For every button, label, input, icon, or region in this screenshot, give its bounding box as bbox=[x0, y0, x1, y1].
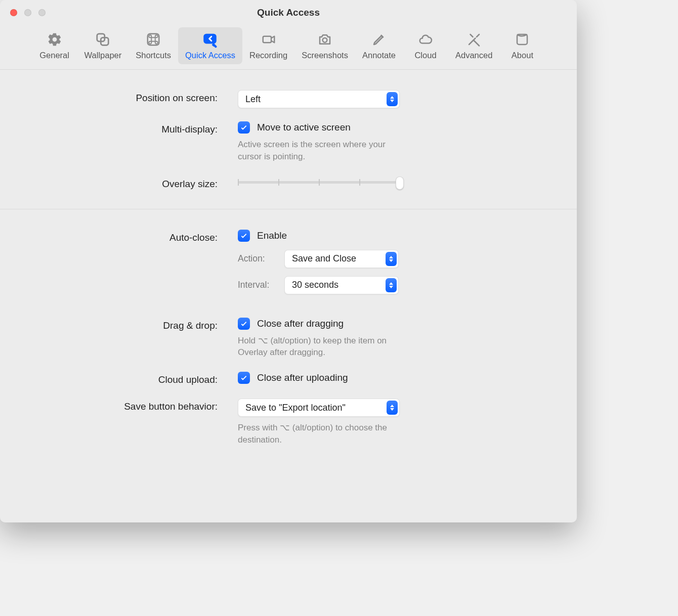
tab-recording[interactable]: Recording bbox=[242, 27, 294, 64]
updown-icon bbox=[386, 278, 397, 292]
action-value: Save and Close bbox=[292, 253, 356, 264]
updown-icon bbox=[386, 252, 397, 266]
content: Position on screen: Left Multi-display: bbox=[0, 70, 577, 522]
video-icon bbox=[260, 30, 278, 49]
tab-label: Annotate bbox=[362, 51, 396, 60]
preferences-window: Quick Access General Wallpaper Shortcuts bbox=[0, 0, 577, 522]
titlebar: Quick Access General Wallpaper Shortcuts bbox=[0, 0, 577, 70]
save-behavior-hint: Press with ⌥ (alt/option) to choose the … bbox=[238, 422, 410, 446]
overlay-size-label: Overlay size: bbox=[0, 176, 238, 190]
tab-label: Recording bbox=[249, 51, 287, 60]
save-behavior-value: Save to "Export location" bbox=[245, 403, 346, 413]
tab-about[interactable]: About bbox=[499, 27, 545, 64]
wallpaper-icon bbox=[94, 30, 112, 49]
cloud-checkbox-label: Close after uploading bbox=[257, 372, 348, 383]
quick-access-icon bbox=[201, 30, 219, 49]
drag-checkbox[interactable] bbox=[238, 318, 250, 330]
tab-annotate[interactable]: Annotate bbox=[355, 27, 403, 64]
tab-shortcuts[interactable]: Shortcuts bbox=[129, 27, 178, 64]
save-behavior-popup[interactable]: Save to "Export location" bbox=[238, 399, 400, 417]
action-popup[interactable]: Save and Close bbox=[284, 250, 399, 268]
interval-value: 30 seconds bbox=[292, 280, 338, 290]
drag-checkbox-label: Close after dragging bbox=[257, 318, 344, 329]
drag-label: Drag & drop: bbox=[0, 318, 238, 331]
tab-quick-access[interactable]: Quick Access bbox=[178, 27, 242, 64]
tab-label: Screenshots bbox=[302, 51, 348, 60]
autoclose-checkbox[interactable] bbox=[238, 230, 250, 242]
updown-icon bbox=[387, 92, 398, 106]
about-icon bbox=[513, 30, 531, 49]
svg-point-5 bbox=[323, 38, 327, 42]
position-value: Left bbox=[245, 94, 261, 105]
position-label: Position on screen: bbox=[0, 90, 238, 104]
tab-label: Advanced bbox=[455, 51, 492, 60]
tab-label: About bbox=[512, 51, 533, 60]
cloud-icon bbox=[416, 30, 435, 49]
highlighter-icon bbox=[370, 30, 388, 49]
multi-display-label: Multi-display: bbox=[0, 121, 238, 135]
multi-display-checkbox-label: Move to active screen bbox=[257, 122, 351, 133]
tab-label: Shortcuts bbox=[136, 51, 171, 60]
window-title: Quick Access bbox=[0, 7, 577, 18]
cloud-checkbox[interactable] bbox=[238, 372, 250, 384]
interval-sublabel: Interval: bbox=[238, 280, 272, 290]
svg-rect-4 bbox=[263, 36, 271, 43]
gear-icon bbox=[46, 30, 64, 49]
drag-hint: Hold ⌥ (alt/option) to keep the item on … bbox=[238, 335, 410, 359]
interval-popup[interactable]: 30 seconds bbox=[284, 276, 399, 294]
autoclose-checkbox-label: Enable bbox=[257, 230, 287, 241]
autoclose-label: Auto-close: bbox=[0, 230, 238, 243]
tab-cloud[interactable]: Cloud bbox=[403, 27, 448, 64]
tab-screenshots[interactable]: Screenshots bbox=[294, 27, 355, 64]
slider-knob[interactable] bbox=[396, 177, 404, 190]
tab-label: Wallpaper bbox=[84, 51, 122, 60]
tools-icon bbox=[465, 30, 483, 49]
tab-label: General bbox=[39, 51, 69, 60]
action-sublabel: Action: bbox=[238, 253, 272, 264]
tab-label: Quick Access bbox=[185, 51, 235, 60]
toolbar-tabs: General Wallpaper Shortcuts Quick Access bbox=[0, 27, 577, 64]
tab-general[interactable]: General bbox=[32, 27, 77, 64]
tab-advanced[interactable]: Advanced bbox=[448, 27, 499, 64]
tab-wallpaper[interactable]: Wallpaper bbox=[77, 27, 129, 64]
save-behavior-label: Save button behavior: bbox=[0, 399, 238, 412]
multi-display-hint: Active screen is the screen where your c… bbox=[238, 139, 410, 163]
section-display: Position on screen: Left Multi-display: bbox=[0, 70, 577, 209]
multi-display-checkbox[interactable] bbox=[238, 121, 250, 134]
updown-icon bbox=[387, 401, 398, 415]
position-popup[interactable]: Left bbox=[238, 90, 400, 108]
overlay-size-slider[interactable] bbox=[238, 176, 400, 184]
camera-icon bbox=[316, 30, 334, 49]
command-icon bbox=[144, 30, 162, 49]
section-behavior: Auto-close: Enable Action: Save and Clos… bbox=[0, 209, 577, 465]
cloud-upload-label: Cloud upload: bbox=[0, 372, 238, 385]
tab-label: Cloud bbox=[414, 51, 436, 60]
